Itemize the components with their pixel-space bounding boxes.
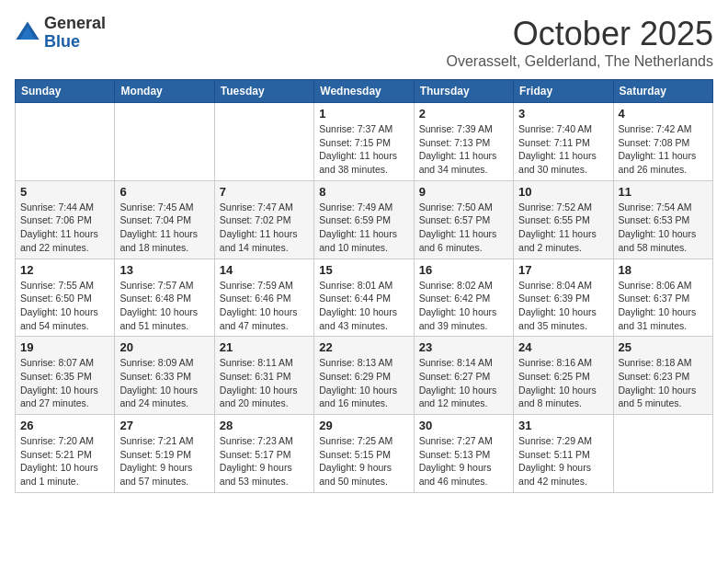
day-number: 13 bbox=[119, 263, 209, 277]
calendar-cell: 6Sunrise: 7:45 AM Sunset: 7:04 PM Daylig… bbox=[115, 180, 214, 259]
day-number: 7 bbox=[220, 185, 309, 199]
calendar-cell: 26Sunrise: 7:20 AM Sunset: 5:21 PM Dayli… bbox=[16, 415, 115, 493]
calendar-cell: 31Sunrise: 7:29 AM Sunset: 5:11 PM Dayli… bbox=[514, 415, 613, 493]
calendar-cell: 7Sunrise: 7:47 AM Sunset: 7:02 PM Daylig… bbox=[214, 180, 313, 259]
calendar-cell: 28Sunrise: 7:23 AM Sunset: 5:17 PM Dayli… bbox=[214, 415, 313, 493]
weekday-header-monday: Monday bbox=[115, 80, 214, 103]
day-number: 30 bbox=[419, 419, 508, 432]
day-number: 12 bbox=[20, 263, 109, 277]
calendar: SundayMondayTuesdayWednesdayThursdayFrid… bbox=[15, 79, 713, 493]
day-info: Sunrise: 7:39 AM Sunset: 7:13 PM Dayligh… bbox=[419, 122, 508, 177]
day-number: 21 bbox=[220, 340, 309, 354]
calendar-cell: 23Sunrise: 8:14 AM Sunset: 6:27 PM Dayli… bbox=[414, 337, 513, 415]
day-info: Sunrise: 8:09 AM Sunset: 6:33 PM Dayligh… bbox=[119, 356, 209, 410]
week-row-1: 1Sunrise: 7:37 AM Sunset: 7:15 PM Daylig… bbox=[16, 103, 713, 181]
day-number: 17 bbox=[518, 263, 608, 277]
weekday-header-thursday: Thursday bbox=[414, 80, 513, 103]
day-info: Sunrise: 7:25 AM Sunset: 5:15 PM Dayligh… bbox=[319, 434, 408, 488]
calendar-cell: 22Sunrise: 8:13 AM Sunset: 6:29 PM Dayli… bbox=[314, 337, 414, 415]
day-number: 27 bbox=[119, 419, 209, 432]
day-info: Sunrise: 7:21 AM Sunset: 5:19 PM Dayligh… bbox=[119, 434, 209, 488]
day-number: 19 bbox=[20, 340, 109, 354]
day-number: 15 bbox=[319, 263, 408, 277]
day-number: 10 bbox=[518, 185, 608, 199]
day-number: 2 bbox=[419, 107, 508, 121]
calendar-cell: 21Sunrise: 8:11 AM Sunset: 6:31 PM Dayli… bbox=[214, 337, 313, 415]
calendar-cell: 24Sunrise: 8:16 AM Sunset: 6:25 PM Dayli… bbox=[514, 337, 613, 415]
day-info: Sunrise: 7:45 AM Sunset: 7:04 PM Dayligh… bbox=[119, 201, 209, 255]
weekday-header-friday: Friday bbox=[514, 80, 613, 103]
day-number: 3 bbox=[518, 107, 608, 121]
calendar-cell bbox=[115, 103, 214, 181]
calendar-cell: 12Sunrise: 7:55 AM Sunset: 6:50 PM Dayli… bbox=[16, 259, 115, 337]
location: Overasselt, Gelderland, The Netherlands bbox=[446, 53, 713, 70]
logo-icon bbox=[15, 20, 40, 46]
calendar-cell: 25Sunrise: 8:18 AM Sunset: 6:23 PM Dayli… bbox=[613, 337, 712, 415]
day-info: Sunrise: 7:50 AM Sunset: 6:57 PM Dayligh… bbox=[419, 201, 508, 255]
day-info: Sunrise: 7:55 AM Sunset: 6:50 PM Dayligh… bbox=[20, 279, 109, 333]
day-number: 8 bbox=[319, 185, 408, 199]
day-info: Sunrise: 7:59 AM Sunset: 6:46 PM Dayligh… bbox=[220, 279, 309, 333]
day-number: 31 bbox=[518, 419, 608, 432]
calendar-cell: 16Sunrise: 8:02 AM Sunset: 6:42 PM Dayli… bbox=[414, 259, 513, 337]
day-info: Sunrise: 8:16 AM Sunset: 6:25 PM Dayligh… bbox=[518, 356, 608, 410]
day-number: 25 bbox=[619, 340, 708, 354]
day-info: Sunrise: 8:06 AM Sunset: 6:37 PM Dayligh… bbox=[619, 279, 708, 333]
calendar-cell: 19Sunrise: 8:07 AM Sunset: 6:35 PM Dayli… bbox=[16, 337, 115, 415]
calendar-cell: 11Sunrise: 7:54 AM Sunset: 6:53 PM Dayli… bbox=[613, 180, 712, 259]
title-block: October 2025 Overasselt, Gelderland, The… bbox=[446, 15, 713, 70]
day-number: 24 bbox=[518, 340, 608, 354]
day-info: Sunrise: 7:20 AM Sunset: 5:21 PM Dayligh… bbox=[20, 434, 109, 488]
calendar-cell: 27Sunrise: 7:21 AM Sunset: 5:19 PM Dayli… bbox=[115, 415, 214, 493]
day-info: Sunrise: 7:44 AM Sunset: 7:06 PM Dayligh… bbox=[20, 201, 109, 255]
calendar-cell: 10Sunrise: 7:52 AM Sunset: 6:55 PM Dayli… bbox=[514, 180, 613, 259]
calendar-cell: 29Sunrise: 7:25 AM Sunset: 5:15 PM Dayli… bbox=[314, 415, 414, 493]
day-info: Sunrise: 7:49 AM Sunset: 6:59 PM Dayligh… bbox=[319, 201, 408, 255]
day-info: Sunrise: 8:18 AM Sunset: 6:23 PM Dayligh… bbox=[619, 356, 708, 410]
week-row-2: 5Sunrise: 7:44 AM Sunset: 7:06 PM Daylig… bbox=[16, 180, 713, 259]
day-info: Sunrise: 8:01 AM Sunset: 6:44 PM Dayligh… bbox=[319, 279, 408, 333]
calendar-cell: 4Sunrise: 7:42 AM Sunset: 7:08 PM Daylig… bbox=[613, 103, 712, 181]
calendar-cell: 1Sunrise: 7:37 AM Sunset: 7:15 PM Daylig… bbox=[314, 103, 414, 181]
calendar-cell bbox=[16, 103, 115, 181]
logo: General Blue bbox=[15, 15, 106, 52]
week-row-4: 19Sunrise: 8:07 AM Sunset: 6:35 PM Dayli… bbox=[16, 337, 713, 415]
day-info: Sunrise: 7:57 AM Sunset: 6:48 PM Dayligh… bbox=[119, 279, 209, 333]
calendar-cell: 17Sunrise: 8:04 AM Sunset: 6:39 PM Dayli… bbox=[514, 259, 613, 337]
calendar-cell: 18Sunrise: 8:06 AM Sunset: 6:37 PM Dayli… bbox=[613, 259, 712, 337]
calendar-cell: 14Sunrise: 7:59 AM Sunset: 6:46 PM Dayli… bbox=[214, 259, 313, 337]
day-info: Sunrise: 7:40 AM Sunset: 7:11 PM Dayligh… bbox=[518, 122, 608, 177]
calendar-cell bbox=[613, 415, 712, 493]
month-title: October 2025 bbox=[446, 15, 713, 53]
week-row-3: 12Sunrise: 7:55 AM Sunset: 6:50 PM Dayli… bbox=[16, 259, 713, 337]
page-header: General Blue October 2025 Overasselt, Ge… bbox=[15, 15, 713, 70]
calendar-cell: 20Sunrise: 8:09 AM Sunset: 6:33 PM Dayli… bbox=[115, 337, 214, 415]
weekday-header-tuesday: Tuesday bbox=[214, 80, 313, 103]
day-number: 9 bbox=[419, 185, 508, 199]
day-info: Sunrise: 8:02 AM Sunset: 6:42 PM Dayligh… bbox=[419, 279, 508, 333]
day-number: 5 bbox=[20, 185, 109, 199]
day-number: 26 bbox=[20, 419, 109, 432]
day-info: Sunrise: 8:13 AM Sunset: 6:29 PM Dayligh… bbox=[319, 356, 408, 410]
calendar-cell: 3Sunrise: 7:40 AM Sunset: 7:11 PM Daylig… bbox=[514, 103, 613, 181]
day-info: Sunrise: 7:42 AM Sunset: 7:08 PM Dayligh… bbox=[619, 122, 708, 177]
day-info: Sunrise: 7:52 AM Sunset: 6:55 PM Dayligh… bbox=[518, 201, 608, 255]
day-info: Sunrise: 8:11 AM Sunset: 6:31 PM Dayligh… bbox=[220, 356, 309, 410]
day-info: Sunrise: 7:54 AM Sunset: 6:53 PM Dayligh… bbox=[619, 201, 708, 255]
calendar-cell: 30Sunrise: 7:27 AM Sunset: 5:13 PM Dayli… bbox=[414, 415, 513, 493]
day-number: 6 bbox=[119, 185, 209, 199]
day-info: Sunrise: 7:37 AM Sunset: 7:15 PM Dayligh… bbox=[319, 122, 408, 177]
calendar-cell: 2Sunrise: 7:39 AM Sunset: 7:13 PM Daylig… bbox=[414, 103, 513, 181]
weekday-header-saturday: Saturday bbox=[613, 80, 712, 103]
calendar-cell: 13Sunrise: 7:57 AM Sunset: 6:48 PM Dayli… bbox=[115, 259, 214, 337]
day-number: 1 bbox=[319, 107, 408, 121]
day-info: Sunrise: 7:23 AM Sunset: 5:17 PM Dayligh… bbox=[220, 434, 309, 488]
week-row-5: 26Sunrise: 7:20 AM Sunset: 5:21 PM Dayli… bbox=[16, 415, 713, 493]
day-info: Sunrise: 7:47 AM Sunset: 7:02 PM Dayligh… bbox=[220, 201, 309, 255]
day-number: 16 bbox=[419, 263, 508, 277]
day-info: Sunrise: 8:04 AM Sunset: 6:39 PM Dayligh… bbox=[518, 279, 608, 333]
logo-text: General Blue bbox=[44, 15, 106, 52]
day-number: 20 bbox=[119, 340, 209, 354]
day-number: 14 bbox=[220, 263, 309, 277]
calendar-cell: 15Sunrise: 8:01 AM Sunset: 6:44 PM Dayli… bbox=[314, 259, 414, 337]
